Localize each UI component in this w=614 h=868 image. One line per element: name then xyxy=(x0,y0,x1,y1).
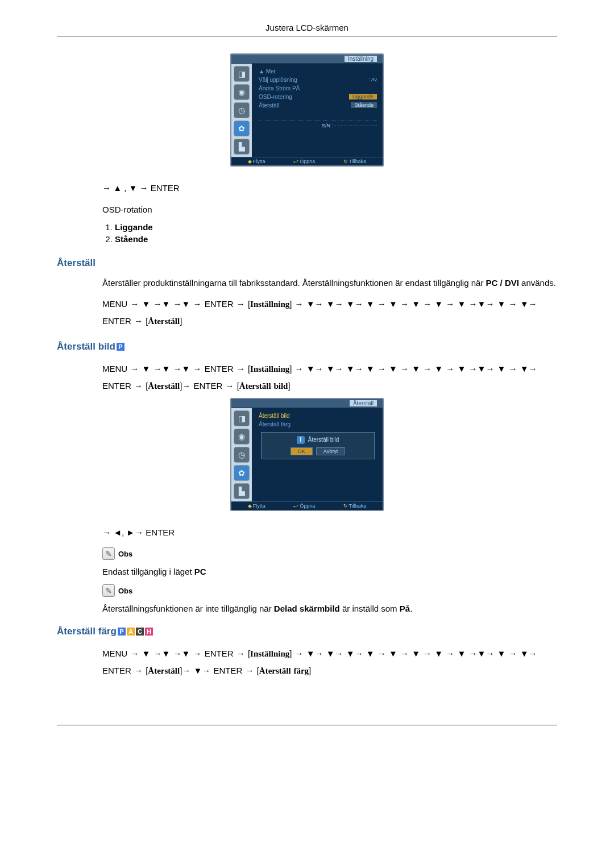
page-header: Justera LCD-skärmen xyxy=(57,23,557,36)
osd-footer-open: ⮐Öppna xyxy=(293,159,315,164)
mode-badge-p: P xyxy=(117,343,125,351)
info-icon: ▙ xyxy=(234,139,250,155)
option-liggande: Liggande xyxy=(115,222,557,232)
osd-value-liggande: Liggande xyxy=(349,94,377,99)
note-2-text: Återställningsfunktionen är inte tillgän… xyxy=(102,603,557,614)
dialog-cancel-button: Avbryt xyxy=(316,447,345,455)
osd-footer-move: ◆Flytta xyxy=(248,159,265,164)
osd2-title: Återställ xyxy=(350,400,377,406)
note-label: Obs xyxy=(118,587,132,595)
note-1-text: Endast tillgänglig i läget PC xyxy=(102,566,557,578)
sound-icon: ◉ xyxy=(234,429,250,445)
osd-item-resolution: Välj upplösning xyxy=(259,77,297,83)
osd2-footer-move: ◆Flytta xyxy=(248,503,265,509)
osd2-footer-back: ↻Tillbaka xyxy=(343,503,367,509)
page-title: Justera LCD-skärmen xyxy=(265,23,349,32)
picture-icon: ◨ xyxy=(234,410,250,426)
osd1-title: Inställning xyxy=(345,56,377,62)
note-icon: ✎ xyxy=(102,547,115,560)
osd-item-poweron: Ändra Ström PÅ xyxy=(259,85,300,92)
note-label: Obs xyxy=(118,550,132,558)
osd-item-more: ▲ Mer xyxy=(259,68,276,74)
osd-item-rotation: OSD-rotering xyxy=(259,94,292,100)
mode-badge-c: C xyxy=(136,628,144,636)
dialog-title: Återställ bild xyxy=(308,437,339,443)
note-icon: ✎ xyxy=(102,584,115,597)
picture-icon: ◨ xyxy=(234,66,250,82)
reset-description: Återställer produktinställningarna till … xyxy=(102,277,557,289)
osd-serial: S/N : - - - - - - - - - - - - - - xyxy=(259,120,377,128)
mode-badge-p: P xyxy=(118,628,126,636)
osd-value-av: : Av xyxy=(368,77,377,83)
osd-value-staende: Stående xyxy=(351,102,377,108)
osd-item-reset: Återställ xyxy=(259,102,279,109)
osd2-item-color: Återställ färg xyxy=(259,421,291,427)
osd2-item-image: Återställ bild xyxy=(259,413,289,419)
timer-icon: ◷ xyxy=(234,447,250,463)
timer-icon: ◷ xyxy=(234,102,250,118)
settings-icon: ✿ xyxy=(234,121,250,136)
osd-reset-screenshot: Återställ ◨ ◉ ◷ ✿ ▙ Återställ bild Åters… xyxy=(230,398,384,511)
osd-rotation-label: OSD-rotation xyxy=(102,203,557,215)
rotation-options: Liggande Stående xyxy=(102,222,557,244)
nav-sequence-2: → ◄, ►→ ENTER xyxy=(102,525,557,540)
reset-menu-path: MENU → ▼ →▼ →▼ → ENTER → [Inställning] →… xyxy=(102,296,557,330)
section-reset-heading: Återställ xyxy=(57,258,557,269)
settings-icon: ✿ xyxy=(234,465,250,481)
option-staende: Stående xyxy=(115,234,557,244)
page: Justera LCD-skärmen Inställning ◨ ◉ ◷ ✿ … xyxy=(0,0,614,759)
osd-footer-back: ↻Tillbaka xyxy=(343,159,367,164)
osd-settings-screenshot: Inställning ◨ ◉ ◷ ✿ ▙ ▲ Mer Välj upplösn… xyxy=(230,53,384,167)
section-reset-image-heading: Återställ bildP xyxy=(57,341,557,352)
osd2-footer-open: ⮐Öppna xyxy=(293,503,315,509)
dialog-ok-button: OK xyxy=(291,447,313,455)
nav-sequence-1: → ▲ , ▼ → ENTER xyxy=(102,181,557,196)
info-dialog-icon: i xyxy=(297,436,305,444)
osd2-sidebar: ◨ ◉ ◷ ✿ ▙ xyxy=(231,408,252,501)
sound-icon: ◉ xyxy=(234,84,250,100)
reset-image-menu-path: MENU → ▼ →▼ →▼ → ENTER → [Inställning] →… xyxy=(102,360,557,394)
osd-sidebar: ◨ ◉ ◷ ✿ ▙ xyxy=(231,64,252,157)
note-1: ✎ Obs xyxy=(102,547,557,560)
note-2: ✎ Obs xyxy=(102,584,557,597)
footer-rule xyxy=(57,725,557,725)
osd-reset-dialog: i Återställ bild OK Avbryt xyxy=(261,432,375,459)
reset-color-menu-path: MENU → ▼ →▼ →▼ → ENTER → [Inställning] →… xyxy=(102,645,557,679)
mode-badge-a: A xyxy=(127,628,135,636)
info-icon: ▙ xyxy=(234,483,250,499)
section-reset-color-heading: Återställ färgPACH xyxy=(57,626,557,637)
mode-badge-h: H xyxy=(145,628,153,636)
